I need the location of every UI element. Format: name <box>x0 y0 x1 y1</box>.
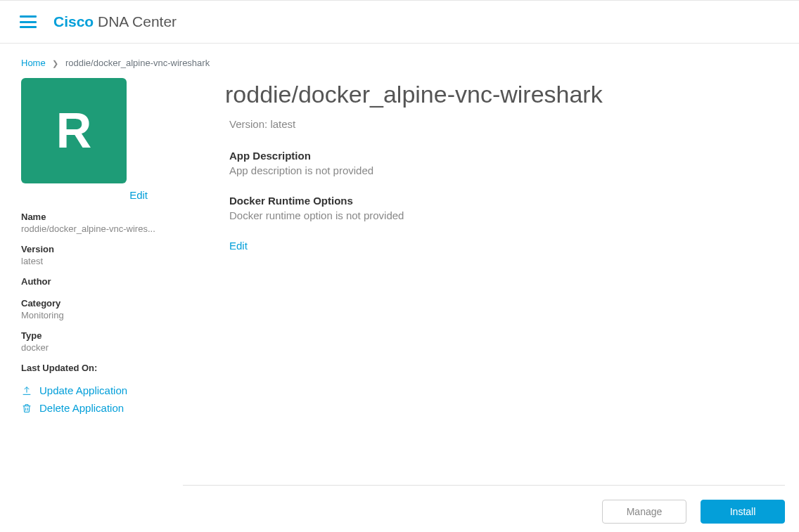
meta-type-value: docker <box>21 342 162 353</box>
meta-type: Type docker <box>21 330 162 353</box>
meta-category-value: Monitoring <box>21 310 162 320</box>
meta-category: Category Monitoring <box>21 298 162 320</box>
docker-runtime-heading: Docker Runtime Options <box>229 195 778 207</box>
brand-title: Cisco DNA Center <box>53 13 177 30</box>
install-button[interactable]: Install <box>701 500 785 524</box>
meta-name: Name roddie/docker_alpine-vnc-wires... <box>21 212 162 234</box>
meta-author: Author <box>21 276 162 288</box>
breadcrumb-home[interactable]: Home <box>21 58 46 68</box>
delete-application-link[interactable]: Delete Application <box>21 402 162 414</box>
update-application-link[interactable]: Update Application <box>21 384 162 396</box>
chevron-right-icon: ❯ <box>52 59 58 67</box>
meta-version-value: latest <box>21 256 162 266</box>
meta-updated-label: Last Updated On: <box>21 363 162 373</box>
breadcrumb-current: roddie/docker_alpine-vnc-wireshark <box>65 58 210 68</box>
action-links: Update Application Delete Application <box>21 384 162 414</box>
footer-actions: Manage Install <box>183 485 785 524</box>
meta-version-label: Version <box>21 244 162 254</box>
update-application-label: Update Application <box>39 384 127 396</box>
version-value: latest <box>270 118 295 130</box>
sidebar: R Edit Name roddie/docker_alpine-vnc-wir… <box>21 78 162 420</box>
manage-button[interactable]: Manage <box>602 500 686 524</box>
meta-list: Name roddie/docker_alpine-vnc-wires... V… <box>21 212 162 375</box>
meta-version: Version latest <box>21 244 162 266</box>
content-area: R Edit Name roddie/docker_alpine-vnc-wir… <box>0 78 799 420</box>
version-line: Version: latest <box>225 118 778 130</box>
app-description-section: App Description App description is not p… <box>225 150 778 176</box>
trash-icon <box>21 403 32 414</box>
app-header: Cisco DNA Center <box>0 0 799 44</box>
meta-author-label: Author <box>21 276 162 287</box>
upload-icon <box>21 385 32 396</box>
edit-details-link[interactable]: Edit <box>225 240 248 252</box>
meta-name-label: Name <box>21 212 162 222</box>
docker-runtime-section: Docker Runtime Options Docker runtime op… <box>225 195 778 221</box>
app-description-body: App description is not provided <box>229 164 778 176</box>
docker-runtime-body: Docker runtime option is not provided <box>229 209 778 221</box>
app-icon-letter: R <box>56 103 92 159</box>
brand-rest: DNA Center <box>94 13 177 30</box>
page-title: roddie/docker_alpine-vnc-wireshark <box>225 81 778 108</box>
app-description-heading: App Description <box>229 150 778 162</box>
meta-updated: Last Updated On: <box>21 363 162 375</box>
delete-application-label: Delete Application <box>39 402 124 414</box>
version-prefix: Version: <box>229 118 270 130</box>
meta-name-value: roddie/docker_alpine-vnc-wires... <box>21 223 162 234</box>
main-panel: roddie/docker_alpine-vnc-wireshark Versi… <box>225 78 778 420</box>
meta-type-label: Type <box>21 330 162 341</box>
menu-icon[interactable] <box>20 15 37 28</box>
app-icon: R <box>21 78 127 183</box>
brand-bold: Cisco <box>53 13 94 30</box>
meta-category-label: Category <box>21 298 162 309</box>
edit-icon-link[interactable]: Edit <box>129 189 148 201</box>
breadcrumb: Home ❯ roddie/docker_alpine-vnc-wireshar… <box>0 44 799 78</box>
